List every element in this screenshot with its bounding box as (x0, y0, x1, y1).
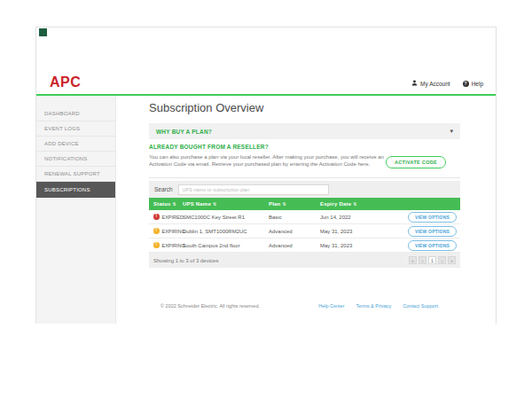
my-account-button[interactable]: My Account (411, 80, 450, 87)
my-account-label: My Account (420, 81, 450, 87)
sort-icon: ⇅ (173, 201, 176, 207)
section-divider (149, 177, 460, 178)
search-label: Search (154, 186, 173, 192)
pagination-next-button[interactable]: › (438, 256, 446, 264)
status-badge: EXPIRED (162, 215, 184, 220)
copyright-text: © 2022 Schneider Electric. All rights re… (160, 303, 260, 309)
expired-status-icon (153, 214, 160, 220)
ups-name-cell: SMC1000C Key Street R1 (183, 215, 269, 220)
help-button[interactable]: ? Help (463, 81, 483, 87)
pagination-first-button[interactable]: « (409, 256, 417, 264)
expiry-date-cell: Jun 14, 2022 (320, 215, 388, 220)
expiry-date-cell: May 31, 2023 (320, 229, 388, 234)
results-summary: Showing 1 to 3 of 3 devices (153, 258, 218, 263)
sidebar-item-renewal-support[interactable]: RENEWAL SUPPORT (36, 167, 115, 182)
view-options-button[interactable]: VIEW OPTIONS (408, 212, 457, 223)
sort-icon: ⇅ (213, 201, 216, 207)
status-badge: EXPIRING (162, 243, 185, 248)
page-footer: © 2022 Schneider Electric. All rights re… (116, 303, 496, 309)
view-options-button[interactable]: VIEW OPTIONS (408, 226, 457, 237)
expiring-status-icon (153, 228, 160, 234)
search-input[interactable] (178, 184, 329, 195)
table-row: EXPIRED SMC1000C Key Street R1 Basic Jun… (149, 210, 460, 224)
sidebar-item-event-logs[interactable]: EVENT LOGS (36, 121, 115, 137)
ups-name-cell: South Campus 2nd floor (183, 243, 269, 248)
sort-icon: ⇅ (282, 201, 286, 207)
sidebar-item-add-device[interactable]: ADD DEVICE (36, 137, 115, 152)
footer-links: Help Center Terms & Privacy Contact Supp… (318, 303, 438, 309)
sidebar-item-notifications[interactable]: NOTIFICATIONS (36, 152, 115, 167)
sort-icon: ⇅ (353, 201, 356, 207)
column-header-label: UPS Name (183, 201, 211, 207)
expiring-status-icon (153, 242, 160, 248)
person-icon (411, 80, 418, 87)
plan-cell: Basic (269, 215, 320, 220)
column-header-label: Status (153, 201, 171, 207)
column-header-label: Plan (269, 201, 280, 207)
terms-privacy-link[interactable]: Terms & Privacy (356, 303, 392, 309)
table-row: EXPIRING South Campus 2nd floor Advanced… (149, 239, 460, 253)
reseller-description: You can also purchase a plan via your lo… (149, 153, 399, 168)
status-badge: EXPIRING (162, 229, 185, 234)
app-window: APC My Account ? Help DASHBOARD EVENT LO… (35, 27, 497, 324)
sidebar-nav: DASHBOARD EVENT LOGS ADD DEVICE NOTIFICA… (36, 96, 116, 324)
table-header-row: Status ⇅ UPS Name ⇅ Plan ⇅ Expiry Date ⇅ (149, 198, 460, 210)
activate-code-button[interactable]: ACTIVATE CODE (386, 156, 446, 168)
column-header-status[interactable]: Status ⇅ (149, 201, 183, 207)
status-cell: EXPIRED (149, 214, 183, 220)
search-bar: Search (149, 181, 460, 198)
table-row: EXPIRING Dublin 1, SMT1000RM2UC Advanced… (149, 224, 460, 239)
reseller-heading: ALREADY BOUGHT FROM A RESELLER? (149, 144, 460, 150)
help-center-link[interactable]: Help Center (318, 303, 344, 309)
ups-name-cell: Dublin 1, SMT1000RM2UC (183, 229, 269, 234)
column-header-expiry-date[interactable]: Expiry Date ⇅ (320, 201, 388, 207)
expiry-date-cell: May 31, 2023 (320, 243, 388, 248)
table-footer: Showing 1 to 3 of 3 devices « ‹ 1 › » (149, 253, 460, 268)
column-header-plan[interactable]: Plan ⇅ (269, 201, 320, 207)
pagination-page-1-button[interactable]: 1 (428, 256, 436, 264)
contact-support-link[interactable]: Contact Support (403, 303, 438, 309)
sidebar-item-dashboard[interactable]: DASHBOARD (36, 106, 115, 121)
column-header-ups-name[interactable]: UPS Name ⇅ (183, 201, 269, 207)
pagination: « ‹ 1 › » (409, 256, 456, 264)
view-options-button[interactable]: VIEW OPTIONS (408, 240, 457, 251)
why-buy-plan-accordion[interactable]: WHY BUY A PLAN? ▾ (149, 123, 460, 139)
chevron-down-icon: ▾ (450, 128, 453, 135)
page-title: Subscription Overview (149, 101, 263, 114)
plan-cell: Advanced (269, 243, 320, 248)
account-area: My Account ? Help (411, 80, 483, 87)
app-header: APC My Account ? Help (36, 27, 496, 94)
apc-logo: APC (50, 74, 81, 90)
subscriptions-table: Status ⇅ UPS Name ⇅ Plan ⇅ Expiry Date ⇅ (149, 198, 460, 268)
help-label: Help (472, 81, 483, 87)
reseller-section: ALREADY BOUGHT FROM A RESELLER? You can … (149, 144, 460, 168)
help-icon: ? (463, 81, 469, 87)
main-content: Subscription Overview WHY BUY A PLAN? ▾ … (116, 96, 496, 324)
status-cell: EXPIRING (149, 228, 183, 234)
why-buy-plan-label: WHY BUY A PLAN? (156, 129, 212, 135)
sidebar-item-subscriptions[interactable]: SUBSCRIPTIONS (36, 182, 115, 198)
plan-cell: Advanced (269, 229, 320, 234)
pagination-last-button[interactable]: » (448, 256, 456, 264)
column-header-label: Expiry Date (320, 201, 351, 207)
status-cell: EXPIRING (149, 242, 183, 248)
pagination-prev-button[interactable]: ‹ (419, 256, 426, 264)
